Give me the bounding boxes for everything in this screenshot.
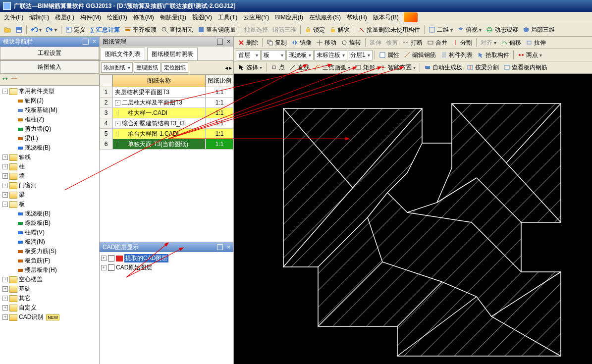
tab-drawing-file-list[interactable]: 图纸文件列表 — [101, 48, 145, 60]
expand-icon[interactable]: + — [2, 192, 8, 198]
smart-layout-button[interactable]: 智能布置▾ — [377, 62, 418, 73]
tree-node[interactable]: 筏板基础(M) — [1, 105, 98, 115]
menu-help[interactable]: 帮助(H) — [344, 12, 370, 23]
menu-file[interactable]: 文件(F) — [1, 12, 26, 23]
pick-component-button[interactable]: 拾取构件 — [475, 50, 511, 60]
tab-drawing-floor-map[interactable]: 图纸楼层对照表 — [147, 48, 198, 60]
component-tree[interactable]: -常用构件类型轴网(J)筏板基础(M)框柱(Z)剪力墙(Q)梁(L)现浇板(B)… — [0, 86, 99, 364]
align-button[interactable]: 对齐▾ — [479, 38, 498, 48]
local-3d-button[interactable]: 局部三维 — [521, 25, 557, 35]
view-rebar-qty-button[interactable]: 查看钢筋量 — [196, 25, 238, 35]
tree-collapse-icon[interactable]: ⁻⁻ — [11, 76, 17, 83]
tree-node[interactable]: 现浇板(B) — [1, 209, 98, 218]
expand-icon[interactable]: + — [2, 183, 8, 188]
close-icon[interactable]: × — [93, 38, 96, 45]
component-list-button[interactable]: 构件列表 — [438, 50, 475, 60]
expand-icon[interactable]: + — [2, 173, 8, 179]
close-icon[interactable]: × — [227, 244, 230, 251]
drawing-name-cell[interactable]: -二层柱大样及平面图T3 — [112, 98, 206, 108]
batch-del-unused-button[interactable]: 批量删除未使用构件 — [356, 25, 422, 35]
cad-layer-extracted[interactable]: + 提取的CAD图层 — [101, 254, 232, 263]
pin-icon[interactable] — [217, 39, 223, 45]
expand-icon[interactable]: + — [2, 164, 8, 169]
menu-cloud[interactable]: 云应用(Y) — [240, 12, 272, 23]
menu-draw[interactable]: 绘图(D) — [104, 12, 130, 23]
pin-icon[interactable] — [83, 39, 89, 45]
arc-button[interactable]: 三点画弧▾ — [312, 62, 352, 73]
tree-node[interactable]: 剪力墙(Q) — [1, 124, 98, 134]
pin-icon[interactable] — [217, 244, 223, 250]
tree-node[interactable]: +墙 — [1, 171, 98, 181]
line-button[interactable]: 直线 — [287, 62, 312, 73]
checkbox[interactable] — [108, 264, 114, 271]
find-element-button[interactable]: 查找图元 — [159, 25, 195, 35]
menu-component[interactable]: 构件(M) — [77, 12, 104, 23]
delete-button[interactable]: 删除 — [236, 38, 260, 48]
tree-node[interactable]: 柱帽(V) — [1, 228, 98, 237]
expand-icon[interactable]: + — [2, 296, 8, 301]
draw-input-button[interactable]: 绘图输入 — [0, 60, 99, 74]
drawing-row[interactable]: 6单独天面-T3(当前图纸)1:1 — [100, 139, 233, 150]
drawing-row[interactable]: 3柱大样一.CADI1:1 — [100, 108, 233, 118]
drawing-name-cell[interactable]: 承台大样图-1.CADI — [112, 129, 206, 139]
select-button[interactable]: 选择▾ — [236, 62, 264, 73]
undo-button[interactable]: ▾ — [29, 25, 44, 34]
menu-version[interactable]: 版本号(B) — [370, 12, 402, 23]
checkbox[interactable] — [108, 255, 114, 261]
scroll-right-icon[interactable]: ▸ — [229, 64, 232, 71]
menu-tool[interactable]: 工具(T) — [215, 12, 240, 23]
tree-node[interactable]: +其它 — [1, 294, 98, 303]
drawing-name-cell[interactable]: 柱大样一.CADI — [112, 108, 206, 118]
trim-button[interactable]: 修剪 — [384, 38, 400, 48]
menu-floor[interactable]: 楼层(L) — [52, 12, 77, 23]
define-button[interactable]: 定义 — [63, 25, 88, 35]
redo-button[interactable]: ▾ — [44, 25, 59, 34]
tree-node[interactable]: +轴线 — [1, 153, 98, 162]
split-button[interactable]: 分割 — [450, 38, 474, 48]
unlock-button[interactable]: 解锁 — [327, 25, 352, 35]
drawing-name-cell[interactable]: 单独天面-T3(当前图纸) — [112, 139, 206, 150]
mirror-button[interactable]: 镜像 — [289, 38, 314, 48]
tree-node[interactable]: +基础 — [1, 284, 98, 294]
menu-modify[interactable]: 修改(M) — [130, 12, 157, 23]
menu-view[interactable]: 视图(V) — [189, 12, 215, 23]
rotate-button[interactable]: 旋转 — [339, 38, 363, 48]
open-button[interactable] — [2, 25, 13, 34]
edit-rebar-button[interactable]: 编辑钢筋 — [402, 50, 438, 60]
tree-node[interactable]: -板 — [1, 200, 98, 209]
drawing-row[interactable]: 5承台大样图-1.CADI1:1 — [100, 129, 233, 139]
expand-icon[interactable]: + — [2, 314, 8, 320]
tree-node[interactable]: +门窗洞 — [1, 181, 98, 190]
expand-icon[interactable]: + — [2, 155, 8, 160]
tree-node[interactable]: +梁 — [1, 190, 98, 200]
category-select[interactable]: 板▾ — [261, 50, 286, 60]
break-button[interactable]: 打断 — [400, 38, 425, 48]
tree-node[interactable]: 现浇板(B) — [1, 143, 98, 153]
tree-expand-icon[interactable]: ⁺⁺ — [2, 76, 8, 83]
locate-drawing-button[interactable]: 定位图纸 — [161, 62, 188, 73]
drawing-row[interactable]: 2-二层柱大样及平面图T31:1 — [100, 98, 233, 108]
rebar-3d-button[interactable]: 钢筋三维 — [270, 25, 298, 35]
attributes-button[interactable]: 属性 — [377, 50, 401, 60]
cad-canvas[interactable]: Y K — [234, 74, 592, 364]
2d-view-button[interactable]: 二维▾ — [427, 25, 455, 35]
tree-node[interactable]: 梁(L) — [1, 134, 98, 143]
merge-button[interactable]: 合并 — [425, 38, 449, 48]
tree-node[interactable]: +CAD识别NEW — [1, 312, 98, 322]
drawing-name-cell[interactable]: 夹层结构梁平面图T3 — [112, 87, 206, 98]
tree-node[interactable]: +空心楼盖 — [1, 275, 98, 284]
tree-node[interactable]: 板洞(N) — [1, 237, 98, 247]
mark-select[interactable]: 未标注板▾ — [314, 50, 347, 60]
stretch-button[interactable]: 拉伸 — [524, 38, 548, 48]
drawing-row[interactable]: 4-综合别墅建筑结构T3_t31:1 — [100, 118, 233, 129]
slab-split-beam-button[interactable]: 按梁分割 — [465, 62, 501, 73]
tree-node[interactable]: 板负筋(F) — [1, 256, 98, 265]
add-drawing-button[interactable]: 添加图纸 ▾ — [101, 62, 133, 73]
expand-icon[interactable]: + — [2, 277, 8, 282]
auto-slab-button[interactable]: 自动生成板 — [422, 62, 464, 73]
batch-select-button[interactable]: 批量选择 — [242, 25, 270, 35]
two-point-button[interactable]: 两点▾ — [516, 50, 544, 60]
type-select[interactable]: 现浇板▾ — [286, 50, 314, 60]
top-view-button[interactable]: 俯视▾ — [455, 25, 484, 35]
menu-bim[interactable]: BIM应用(I) — [272, 12, 306, 23]
